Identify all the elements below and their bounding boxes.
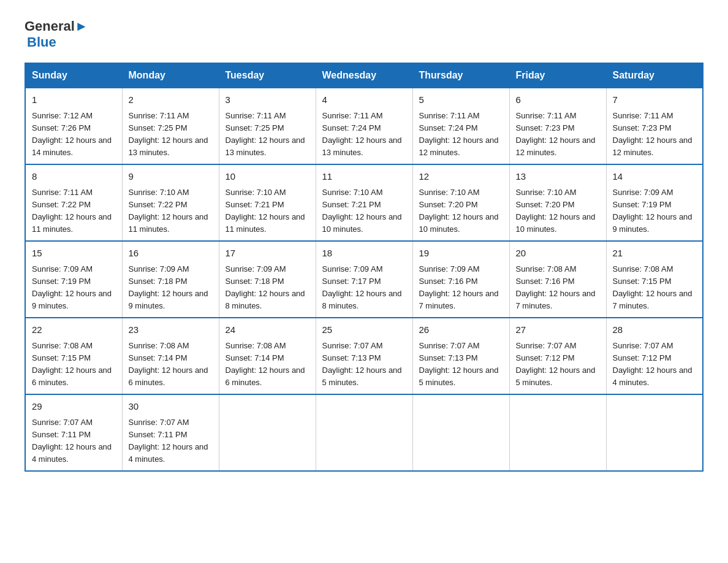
day-info: Sunrise: 7:07 AMSunset: 7:13 PMDaylight:… (322, 340, 406, 389)
page-header: General► Blue (25, 18, 703, 50)
week-row-3: 15Sunrise: 7:09 AMSunset: 7:19 PMDayligh… (25, 241, 703, 318)
day-info: Sunrise: 7:10 AMSunset: 7:21 PMDaylight:… (226, 186, 309, 236)
week-row-5: 29Sunrise: 7:07 AMSunset: 7:11 PMDayligh… (25, 394, 703, 471)
day-info: Sunrise: 7:07 AMSunset: 7:11 PMDaylight:… (32, 416, 116, 466)
cell-week3-day5: 20Sunrise: 7:08 AMSunset: 7:16 PMDayligh… (509, 241, 606, 318)
cell-week5-day3 (316, 394, 412, 471)
cell-week3-day3: 18Sunrise: 7:09 AMSunset: 7:17 PMDayligh… (316, 241, 412, 318)
cell-week2-day0: 8Sunrise: 7:11 AMSunset: 7:22 PMDaylight… (25, 164, 122, 241)
cell-week4-day0: 22Sunrise: 7:08 AMSunset: 7:15 PMDayligh… (25, 318, 122, 394)
day-info: Sunrise: 7:07 AMSunset: 7:13 PMDaylight:… (419, 340, 503, 389)
cell-week4-day6: 28Sunrise: 7:07 AMSunset: 7:12 PMDayligh… (606, 318, 703, 394)
logo-triangle-icon: ► (75, 18, 88, 34)
day-number: 10 (226, 170, 309, 184)
day-number: 5 (419, 93, 503, 107)
header-monday: Monday (122, 63, 219, 88)
day-info: Sunrise: 7:10 AMSunset: 7:21 PMDaylight:… (322, 186, 406, 236)
day-number: 24 (226, 323, 309, 337)
day-info: Sunrise: 7:11 AMSunset: 7:25 PMDaylight:… (226, 110, 309, 159)
cell-week1-day3: 4Sunrise: 7:11 AMSunset: 7:24 PMDaylight… (316, 88, 412, 164)
day-info: Sunrise: 7:10 AMSunset: 7:20 PMDaylight:… (516, 186, 600, 236)
cell-week3-day6: 21Sunrise: 7:08 AMSunset: 7:15 PMDayligh… (606, 241, 703, 318)
day-number: 3 (226, 93, 309, 107)
cell-week1-day1: 2Sunrise: 7:11 AMSunset: 7:25 PMDaylight… (122, 88, 219, 164)
day-info: Sunrise: 7:09 AMSunset: 7:19 PMDaylight:… (613, 186, 697, 236)
cell-week5-day4 (412, 394, 509, 471)
cell-week3-day2: 17Sunrise: 7:09 AMSunset: 7:18 PMDayligh… (219, 241, 316, 318)
day-info: Sunrise: 7:11 AMSunset: 7:22 PMDaylight:… (32, 186, 116, 236)
day-number: 7 (613, 93, 697, 107)
day-info: Sunrise: 7:08 AMSunset: 7:15 PMDaylight:… (32, 340, 116, 389)
cell-week1-day0: 1Sunrise: 7:12 AMSunset: 7:26 PMDaylight… (25, 88, 122, 164)
cell-week2-day5: 13Sunrise: 7:10 AMSunset: 7:20 PMDayligh… (509, 164, 606, 241)
calendar-table: SundayMondayTuesdayWednesdayThursdayFrid… (25, 63, 703, 472)
cell-week2-day1: 9Sunrise: 7:10 AMSunset: 7:22 PMDaylight… (122, 164, 219, 241)
day-number: 18 (322, 247, 406, 261)
day-info: Sunrise: 7:12 AMSunset: 7:26 PMDaylight:… (32, 110, 116, 159)
day-info: Sunrise: 7:11 AMSunset: 7:25 PMDaylight:… (129, 110, 213, 159)
day-number: 21 (613, 247, 697, 261)
cell-week2-day3: 11Sunrise: 7:10 AMSunset: 7:21 PMDayligh… (316, 164, 412, 241)
day-info: Sunrise: 7:09 AMSunset: 7:18 PMDaylight:… (226, 263, 309, 313)
logo-text-general: General► (25, 18, 88, 34)
day-number: 16 (129, 247, 213, 261)
header-wednesday: Wednesday (316, 63, 412, 88)
day-number: 22 (32, 323, 116, 337)
day-number: 13 (516, 170, 600, 184)
cell-week4-day4: 26Sunrise: 7:07 AMSunset: 7:13 PMDayligh… (412, 318, 509, 394)
day-info: Sunrise: 7:09 AMSunset: 7:16 PMDaylight:… (419, 263, 503, 313)
day-number: 20 (516, 247, 600, 261)
day-number: 23 (129, 323, 213, 337)
day-info: Sunrise: 7:07 AMSunset: 7:12 PMDaylight:… (516, 340, 600, 389)
cell-week3-day1: 16Sunrise: 7:09 AMSunset: 7:18 PMDayligh… (122, 241, 219, 318)
header-saturday: Saturday (606, 63, 703, 88)
cell-week5-day0: 29Sunrise: 7:07 AMSunset: 7:11 PMDayligh… (25, 394, 122, 471)
cell-week3-day4: 19Sunrise: 7:09 AMSunset: 7:16 PMDayligh… (412, 241, 509, 318)
cell-week4-day3: 25Sunrise: 7:07 AMSunset: 7:13 PMDayligh… (316, 318, 412, 394)
day-info: Sunrise: 7:07 AMSunset: 7:11 PMDaylight:… (129, 416, 213, 466)
header-tuesday: Tuesday (219, 63, 316, 88)
logo: General► Blue (25, 18, 88, 50)
day-number: 17 (226, 247, 309, 261)
day-number: 15 (32, 247, 116, 261)
cell-week1-day5: 6Sunrise: 7:11 AMSunset: 7:23 PMDaylight… (509, 88, 606, 164)
cell-week5-day2 (219, 394, 316, 471)
day-info: Sunrise: 7:08 AMSunset: 7:14 PMDaylight:… (226, 340, 309, 389)
cell-week2-day2: 10Sunrise: 7:10 AMSunset: 7:21 PMDayligh… (219, 164, 316, 241)
day-info: Sunrise: 7:09 AMSunset: 7:18 PMDaylight:… (129, 263, 213, 313)
day-info: Sunrise: 7:08 AMSunset: 7:14 PMDaylight:… (129, 340, 213, 389)
day-info: Sunrise: 7:08 AMSunset: 7:15 PMDaylight:… (613, 263, 697, 313)
day-number: 30 (129, 400, 213, 414)
day-number: 6 (516, 93, 600, 107)
day-number: 14 (613, 170, 697, 184)
cell-week4-day1: 23Sunrise: 7:08 AMSunset: 7:14 PMDayligh… (122, 318, 219, 394)
cell-week5-day1: 30Sunrise: 7:07 AMSunset: 7:11 PMDayligh… (122, 394, 219, 471)
day-info: Sunrise: 7:10 AMSunset: 7:20 PMDaylight:… (419, 186, 503, 236)
week-row-2: 8Sunrise: 7:11 AMSunset: 7:22 PMDaylight… (25, 164, 703, 241)
day-number: 29 (32, 400, 116, 414)
cell-week3-day0: 15Sunrise: 7:09 AMSunset: 7:19 PMDayligh… (25, 241, 122, 318)
week-row-1: 1Sunrise: 7:12 AMSunset: 7:26 PMDaylight… (25, 88, 703, 164)
day-number: 19 (419, 247, 503, 261)
cell-week5-day6 (606, 394, 703, 471)
header-sunday: Sunday (25, 63, 122, 88)
cell-week2-day4: 12Sunrise: 7:10 AMSunset: 7:20 PMDayligh… (412, 164, 509, 241)
day-number: 1 (32, 93, 116, 107)
header-thursday: Thursday (412, 63, 509, 88)
day-info: Sunrise: 7:09 AMSunset: 7:19 PMDaylight:… (32, 263, 116, 313)
calendar-header-row: SundayMondayTuesdayWednesdayThursdayFrid… (25, 63, 703, 88)
header-friday: Friday (509, 63, 606, 88)
day-info: Sunrise: 7:09 AMSunset: 7:17 PMDaylight:… (322, 263, 406, 313)
day-number: 26 (419, 323, 503, 337)
cell-week1-day6: 7Sunrise: 7:11 AMSunset: 7:23 PMDaylight… (606, 88, 703, 164)
day-info: Sunrise: 7:11 AMSunset: 7:24 PMDaylight:… (322, 110, 406, 159)
day-info: Sunrise: 7:08 AMSunset: 7:16 PMDaylight:… (516, 263, 600, 313)
day-number: 2 (129, 93, 213, 107)
cell-week5-day5 (509, 394, 606, 471)
day-info: Sunrise: 7:07 AMSunset: 7:12 PMDaylight:… (613, 340, 697, 389)
week-row-4: 22Sunrise: 7:08 AMSunset: 7:15 PMDayligh… (25, 318, 703, 394)
day-number: 25 (322, 323, 406, 337)
day-info: Sunrise: 7:10 AMSunset: 7:22 PMDaylight:… (129, 186, 213, 236)
day-info: Sunrise: 7:11 AMSunset: 7:23 PMDaylight:… (613, 110, 697, 159)
cell-week4-day2: 24Sunrise: 7:08 AMSunset: 7:14 PMDayligh… (219, 318, 316, 394)
